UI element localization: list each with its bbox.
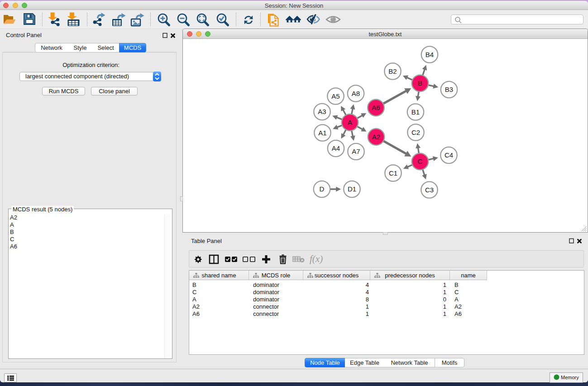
svg-text:A6: A6 bbox=[372, 104, 380, 111]
svg-text:A3: A3 bbox=[318, 108, 326, 115]
svg-text:C1: C1 bbox=[389, 169, 397, 177]
svg-text:A4: A4 bbox=[332, 144, 340, 152]
svg-text:B2: B2 bbox=[388, 67, 397, 75]
svg-text:A7: A7 bbox=[352, 148, 360, 155]
svg-text:A8: A8 bbox=[352, 90, 360, 97]
svg-text:C3: C3 bbox=[425, 186, 434, 194]
svg-text:C4: C4 bbox=[445, 151, 453, 159]
svg-text:A2: A2 bbox=[372, 133, 380, 141]
svg-text:D1: D1 bbox=[348, 185, 356, 193]
svg-text:C: C bbox=[418, 157, 423, 165]
svg-text:A5: A5 bbox=[331, 92, 339, 100]
svg-text:D: D bbox=[320, 185, 325, 193]
svg-text:B1: B1 bbox=[411, 108, 420, 116]
svg-text:A: A bbox=[348, 119, 352, 126]
svg-text:B3: B3 bbox=[445, 86, 453, 93]
svg-text:B4: B4 bbox=[425, 51, 434, 58]
svg-text:C2: C2 bbox=[411, 129, 420, 136]
svg-text:A1: A1 bbox=[318, 129, 326, 137]
svg-text:B: B bbox=[418, 79, 422, 87]
